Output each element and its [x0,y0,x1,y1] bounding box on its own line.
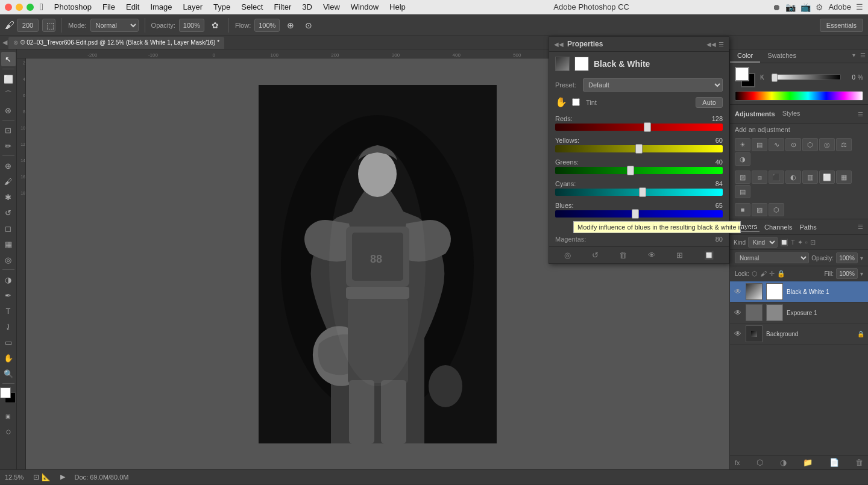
layer-mask-icon[interactable]: 🔲 [704,251,714,260]
menu-edit[interactable]: Edit [121,1,144,13]
stamp-tool[interactable]: ✱ [1,190,16,204]
canvas-resize-icons[interactable]: ⊡ 📐 [33,473,50,481]
hsl-adj[interactable]: ◎ [819,138,835,151]
path-selection-tool[interactable]: ⤸ [1,319,16,334]
tab-prev-icon[interactable]: ◀ [2,39,7,46]
crop-tool[interactable]: ⊡ [1,123,16,137]
menu-layer[interactable]: Layer [178,1,208,13]
channel-mixer-adj[interactable]: ⧈ [752,171,767,184]
color-tab[interactable]: Color [730,49,760,63]
reds-track[interactable] [555,124,723,131]
menu-select[interactable]: Select [236,1,268,13]
layer-item-background[interactable]: 👁 Background 🔒 [730,324,868,345]
styles-tab[interactable]: Styles [775,107,808,120]
view-previous-icon[interactable]: ◎ [564,251,571,260]
color-lookup-adj[interactable]: ⬛ [769,171,784,184]
new-layer-icon[interactable]: 📄 [829,458,839,467]
layer-item-bw[interactable]: 👁 Black & White 1 [730,281,868,302]
delete-layer-icon[interactable]: 🗑 [855,458,863,467]
gradient-map-adj[interactable]: ▤ [735,185,750,198]
close-tab-icon[interactable]: ⊗ [13,39,18,46]
delete-icon[interactable]: 🗑 [619,251,627,260]
fill-input[interactable] [836,268,858,279]
lasso-tool[interactable]: ⌒ [1,87,16,102]
close-button[interactable] [5,4,12,11]
color-panel-collapse[interactable]: ▾ [850,49,858,63]
swatches-tab[interactable]: Swatches [760,49,804,63]
opacity-input[interactable] [179,19,204,32]
blues-track[interactable] [555,210,723,217]
menu-help[interactable]: Help [385,1,410,13]
blend-mode-select[interactable]: Normal [735,252,809,263]
filter-icon-4[interactable]: ▫ [805,239,808,246]
quick-mask-tool[interactable]: ▣ [1,409,16,424]
channels-tab[interactable]: Channels [762,222,794,232]
visibility-icon[interactable]: 👁 [648,251,656,260]
pen-tool[interactable]: ✒ [1,288,16,302]
group-icon[interactable]: 📁 [803,458,813,467]
opacity-arrow[interactable]: ▾ [860,255,863,261]
menu-3d[interactable]: 3D [297,1,317,13]
solid-color-adj[interactable]: ■ [735,203,750,216]
color-spectrum-bar[interactable] [735,91,863,101]
pattern-fill-adj[interactable]: ⬡ [769,203,784,216]
essentials-button[interactable]: Essentials [820,19,863,32]
opacity-input[interactable] [836,252,858,263]
greens-thumb[interactable] [627,166,634,175]
zoom-tool[interactable]: 🔍 [1,366,16,381]
exposure-adj[interactable]: ⊙ [785,138,801,151]
lock-transparent-icon[interactable]: ⬡ [752,270,758,278]
levels-adj[interactable]: ▤ [752,138,767,151]
adj-layer-icon[interactable]: ◑ [780,458,787,467]
fx-icon[interactable]: fx [735,459,740,466]
brush-size-input[interactable] [17,19,39,32]
brush-options-button[interactable]: ⬚ [42,19,55,32]
airbrush-toggle[interactable]: ✿ [208,19,222,32]
history-brush-tool[interactable]: ↺ [1,205,16,220]
tablet-options[interactable]: ⊙ [301,19,316,32]
color-balance-adj[interactable]: ⚖ [836,138,852,151]
bw-adj[interactable]: ◑ [735,152,750,166]
selective-color-adj[interactable]: ▦ [836,171,852,184]
window-controls[interactable] [5,4,34,11]
reset-icon[interactable]: ↺ [592,251,599,260]
clip-icon[interactable]: ⊞ [676,251,683,260]
minimize-button[interactable] [16,4,23,11]
layers-tab[interactable]: Layers [735,222,760,232]
target-hand-icon[interactable]: ✋ [555,96,567,108]
yellows-thumb[interactable] [635,144,643,154]
threshold-adj[interactable]: ⬜ [819,171,835,184]
fg-swatch[interactable] [735,67,749,81]
add-mask-icon[interactable]: ⬡ [756,458,763,467]
menu-type[interactable]: Type [209,1,235,13]
kind-filter-select[interactable]: Kind [748,237,778,248]
vibrance-adj[interactable]: ⬡ [802,138,818,151]
tint-checkbox[interactable] [572,98,580,106]
menu-image[interactable]: Image [145,1,177,13]
adj-panel-menu[interactable]: ☰ [858,111,863,117]
lock-image-icon[interactable]: 🖌 [760,270,767,277]
blur-tool[interactable]: ◎ [1,252,16,267]
healing-tool[interactable]: ⊕ [1,158,16,173]
color-box[interactable] [0,387,17,404]
shape-tool[interactable]: ▭ [1,335,16,349]
menu-filter[interactable]: Filter [269,1,296,13]
text-tool[interactable]: T [1,304,16,318]
lock-all-icon[interactable]: 🔒 [777,270,785,278]
menu-photoshop[interactable]: Photoshop [49,1,96,13]
brightness-contrast-adj[interactable]: ☀ [735,138,750,151]
photo-filter-adj[interactable]: ▨ [735,171,750,184]
color-panel-menu[interactable]: ☰ [858,49,868,63]
dodge-tool[interactable]: ◑ [1,272,16,287]
menu-view[interactable]: View [318,1,345,13]
eraser-tool[interactable]: ◻ [1,221,16,236]
paths-tab[interactable]: Paths [797,222,819,232]
quick-select-tool[interactable]: ⊛ [1,103,16,117]
cyans-thumb[interactable] [639,187,646,197]
k-slider-track[interactable] [771,74,841,80]
fill-arrow[interactable]: ▾ [860,271,863,277]
document-tab[interactable]: ⊗ © 02–03_Trevor606-Edit.psd @ 12.5% (Bl… [8,37,224,49]
filter-icon-1[interactable]: 🔲 [780,239,788,246]
gradient-tool[interactable]: ▦ [1,237,16,251]
brush-icon[interactable]: 🖌 [5,20,14,31]
